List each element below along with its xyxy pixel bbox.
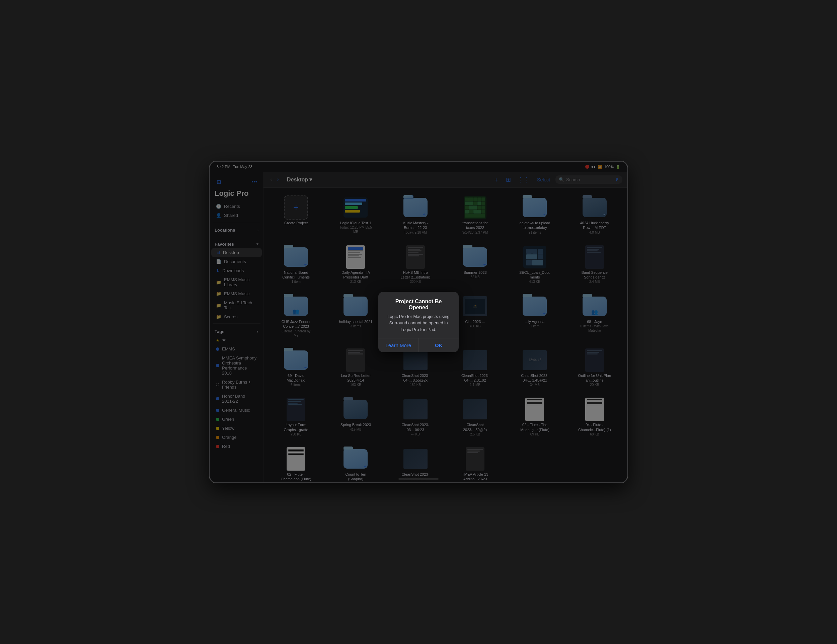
modal-overlay: Project Cannot Be Opened Logic Pro for M… — [210, 162, 627, 482]
modal-actions: Learn More OK — [378, 338, 459, 352]
ok-button[interactable]: OK — [419, 338, 459, 352]
modal-title: Project Cannot Be Opened — [385, 298, 452, 311]
modal-message: Logic Pro for Mac projects using Surroun… — [385, 313, 452, 333]
learn-more-button[interactable]: Learn More — [378, 338, 419, 352]
modal-dialog: Project Cannot Be Opened Logic Pro for M… — [378, 292, 459, 352]
